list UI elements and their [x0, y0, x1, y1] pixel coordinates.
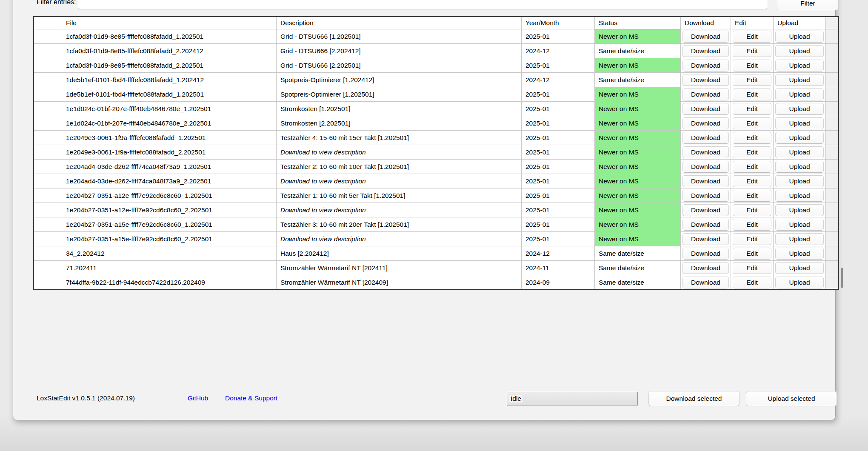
edit-row-button[interactable]: Edit — [733, 103, 771, 115]
download-row-button[interactable]: Download — [682, 233, 729, 245]
row-selector-cell[interactable] — [34, 232, 62, 246]
download-row-button[interactable]: Download — [682, 45, 729, 57]
edit-row-button[interactable]: Edit — [733, 233, 771, 245]
description-cell: Download to view description — [277, 232, 522, 246]
row-selector-cell[interactable] — [34, 102, 62, 116]
filler-cell — [826, 116, 838, 131]
upload-row-button[interactable]: Upload — [775, 277, 824, 288]
edit-row-button[interactable]: Edit — [733, 60, 771, 71]
row-selector-cell[interactable] — [34, 87, 62, 102]
filter-input[interactable] — [78, 0, 767, 9]
donate-support-link[interactable]: Donate & Support — [225, 394, 277, 402]
edit-row-button[interactable]: Edit — [733, 31, 771, 43]
download-row-button[interactable]: Download — [682, 88, 729, 100]
upload-row-button[interactable]: Upload — [775, 31, 824, 43]
upload-cell: Upload — [774, 203, 826, 217]
upload-row-button[interactable]: Upload — [775, 45, 824, 57]
column-header-rowselect[interactable] — [34, 17, 62, 29]
upload-row-button[interactable]: Upload — [775, 233, 824, 245]
download-row-button[interactable]: Download — [682, 103, 729, 115]
upload-row-button[interactable]: Upload — [775, 88, 824, 100]
download-selected-label: Download selected — [666, 395, 722, 402]
year-month-cell: 2025-01 — [522, 188, 595, 203]
edit-row-button[interactable]: Edit — [733, 117, 771, 129]
column-header-status[interactable]: Status — [595, 17, 681, 29]
upload-row-button[interactable]: Upload — [775, 146, 824, 158]
row-selector-cell[interactable] — [34, 261, 62, 275]
upload-selected-button[interactable]: Upload selected — [746, 391, 837, 406]
column-header-description[interactable]: Description — [277, 17, 522, 29]
row-selector-cell[interactable] — [34, 188, 62, 203]
column-header-year-month[interactable]: Year/Month — [522, 17, 595, 29]
row-selector-cell[interactable] — [34, 203, 62, 217]
upload-row-button[interactable]: Upload — [775, 190, 824, 202]
description-cell: Download to view description — [277, 203, 522, 217]
upload-row-button[interactable]: Upload — [775, 60, 824, 71]
row-selector-cell[interactable] — [34, 73, 62, 87]
column-header-upload[interactable]: Upload — [774, 17, 826, 29]
download-row-button[interactable]: Download — [682, 161, 729, 173]
edit-row-button[interactable]: Edit — [733, 277, 771, 288]
column-header-download[interactable]: Download — [681, 17, 731, 29]
upload-row-button[interactable]: Upload — [775, 262, 824, 274]
upload-row-button[interactable]: Upload — [775, 204, 824, 216]
download-row-button[interactable]: Download — [682, 277, 729, 288]
download-row-button[interactable]: Download — [682, 60, 729, 71]
edit-row-button[interactable]: Edit — [733, 161, 771, 173]
upload-row-button[interactable]: Upload — [775, 74, 824, 86]
table-row: 1e2049e3-0061-1f9a-ffffefc088fafadd_1.20… — [34, 131, 838, 145]
download-row-button[interactable]: Download — [682, 219, 729, 231]
status-cell: Same date/size — [595, 261, 681, 275]
download-row-button[interactable]: Download — [682, 190, 729, 202]
download-cell: Download — [681, 145, 731, 160]
filler-cell — [826, 73, 838, 87]
row-selector-cell[interactable] — [34, 275, 62, 290]
vertical-scrollbar-thumb[interactable] — [841, 268, 843, 288]
download-selected-button[interactable]: Download selected — [648, 391, 740, 406]
edit-row-button[interactable]: Edit — [733, 175, 771, 187]
row-selector-cell[interactable] — [34, 217, 62, 232]
edit-row-button[interactable]: Edit — [733, 248, 771, 260]
download-cell: Download — [681, 29, 731, 44]
edit-row-button[interactable]: Edit — [733, 204, 771, 216]
row-selector-cell[interactable] — [34, 160, 62, 174]
row-selector-cell[interactable] — [34, 29, 62, 44]
upload-row-button[interactable]: Upload — [775, 103, 824, 115]
download-row-button[interactable]: Download — [682, 117, 729, 129]
filter-button[interactable]: Filter — [777, 0, 839, 10]
download-row-button[interactable]: Download — [682, 262, 729, 274]
row-selector-cell[interactable] — [34, 145, 62, 160]
row-selector-cell[interactable] — [34, 44, 62, 58]
status-cell: Newer on MS — [595, 87, 681, 102]
row-selector-cell[interactable] — [34, 174, 62, 188]
upload-row-button[interactable]: Upload — [775, 219, 824, 231]
column-header-file[interactable]: File — [62, 17, 277, 29]
upload-row-button[interactable]: Upload — [775, 117, 824, 129]
row-selector-cell[interactable] — [34, 246, 62, 261]
download-row-button[interactable]: Download — [682, 31, 729, 43]
edit-row-button[interactable]: Edit — [733, 132, 771, 144]
download-row-button[interactable]: Download — [682, 132, 729, 144]
download-row-button[interactable]: Download — [682, 248, 729, 260]
download-row-button[interactable]: Download — [682, 74, 729, 86]
github-link[interactable]: GitHub — [188, 394, 208, 402]
download-row-button[interactable]: Download — [682, 175, 729, 187]
upload-row-button[interactable]: Upload — [775, 248, 824, 260]
edit-row-button[interactable]: Edit — [733, 219, 771, 231]
edit-row-button[interactable]: Edit — [733, 45, 771, 57]
download-row-button[interactable]: Download — [682, 204, 729, 216]
row-selector-cell[interactable] — [34, 131, 62, 145]
upload-row-button[interactable]: Upload — [775, 132, 824, 144]
edit-row-button[interactable]: Edit — [733, 190, 771, 202]
row-selector-cell[interactable] — [34, 116, 62, 131]
edit-row-button[interactable]: Edit — [733, 88, 771, 100]
edit-row-button[interactable]: Edit — [733, 74, 771, 86]
row-selector-cell[interactable] — [34, 58, 62, 73]
edit-row-button[interactable]: Edit — [733, 262, 771, 274]
upload-row-button[interactable]: Upload — [775, 161, 824, 173]
column-header-edit[interactable]: Edit — [731, 17, 774, 29]
upload-row-button[interactable]: Upload — [775, 175, 824, 187]
upload-cell: Upload — [774, 246, 826, 261]
download-row-button[interactable]: Download — [682, 146, 729, 158]
edit-row-button[interactable]: Edit — [733, 146, 771, 158]
